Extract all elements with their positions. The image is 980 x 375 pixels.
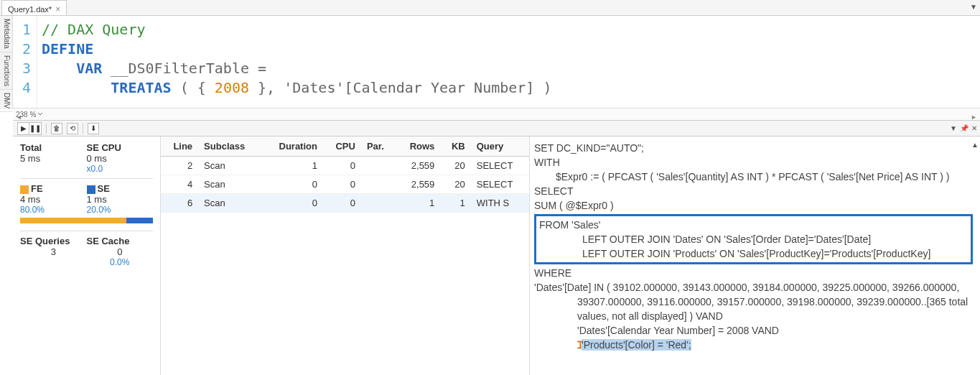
stats-panel: Total5 ms SE CPU0 msx0.0 FE4 ms80.0% SE1… [13, 136, 160, 375]
close-icon[interactable]: × [55, 5, 60, 14]
se-label: SE [98, 183, 110, 194]
scroll-up-icon[interactable]: ▲ [971, 138, 979, 152]
table-row[interactable]: 6Scan0011WITH S [161, 194, 529, 213]
zoom-bar: 238 % ◄ ► [13, 108, 980, 121]
sql-line: $Expr0 := ( PFCAST ( 'Sales'[Quantity] A… [534, 170, 973, 184]
clear-button[interactable]: 🗑 [51, 123, 62, 134]
play-button[interactable]: ▶ [18, 123, 29, 134]
side-tabs: Metadata Functions DMV [0, 16, 13, 109]
sql-line: WITH [534, 155, 973, 170]
sql-line: SUM ( @$Expr0 ) [534, 198, 973, 213]
sql-line: 'Dates'[Date] IN ( 39102.000000, 39143.0… [534, 280, 973, 323]
code-content[interactable]: // DAX QueryDEFINE VAR __DS0FilterTable … [37, 16, 551, 108]
fe-value: 4 ms [20, 194, 87, 205]
refresh-button[interactable]: ⟲ [67, 123, 78, 134]
seq-value: 3 [20, 246, 87, 257]
sql-line: FROM 'Sales' [539, 218, 968, 232]
fe-se-bar [20, 218, 153, 223]
results-toolbar: ▶ ❚❚ 🗑 ⟲ ⬇ ▼ 📌 ✕ [13, 121, 980, 136]
sql-line: WHERE [534, 266, 973, 280]
sql-panel[interactable]: ▲ SET DC_KIND="AUTO"; WITH $Expr0 := ( P… [530, 136, 980, 375]
results-area: Total5 ms SE CPU0 msx0.0 FE4 ms80.0% SE1… [13, 136, 980, 375]
side-tab-functions[interactable]: Functions [0, 52, 12, 90]
seq-label: SE Queries [20, 236, 87, 246]
sql-highlight-box: FROM 'Sales' LEFT OUTER JOIN 'Dates' ON … [534, 214, 973, 264]
sql-line: LEFT OUTER JOIN 'Products' ON 'Sales'[Pr… [539, 246, 968, 261]
secpu-sub: x0.0 [87, 164, 154, 174]
sql-line: SET DC_KIND="AUTO"; [534, 141, 973, 155]
fe-pct: 80.0% [20, 205, 87, 215]
sec-value: 0 [87, 246, 154, 257]
tab-dropdown-icon[interactable]: ▼ [970, 3, 977, 11]
pause-button[interactable]: ❚❚ [29, 123, 41, 134]
se-value: 1 ms [87, 194, 154, 205]
tab-title: Query1.dax* [8, 5, 52, 14]
sql-line: Ꮖ'Products'[Color] = 'Red'; [534, 338, 973, 352]
sql-line: SELECT [534, 184, 973, 198]
secpu-label: SE CPU [87, 142, 154, 153]
pin-icon[interactable]: 📌 [960, 124, 969, 132]
close-panel-icon[interactable]: ✕ [971, 124, 977, 132]
export-button[interactable]: ⬇ [88, 123, 99, 134]
se-legend-icon [87, 185, 95, 194]
sec-label: SE Cache [87, 236, 154, 246]
sql-line: LEFT OUTER JOIN 'Dates' ON 'Sales'[Order… [539, 232, 968, 246]
side-tab-dmv[interactable]: DMV [0, 90, 12, 112]
chevron-down-icon[interactable] [37, 111, 43, 117]
tab-bar: Query1.dax* × ▼ [0, 0, 980, 16]
fe-label: FE [31, 183, 43, 194]
sec-pct: 0.0% [87, 257, 154, 267]
table-row[interactable]: 4Scan002,55920SELECT [161, 175, 529, 194]
total-label: Total [20, 142, 87, 153]
fe-legend-icon [20, 185, 29, 194]
code-editor[interactable]: 1234 // DAX QueryDEFINE VAR __DS0FilterT… [13, 16, 980, 108]
secpu-value: 0 ms [87, 153, 154, 164]
query-table[interactable]: LineSubclassDurationCPUPar.RowsKBQuery2S… [161, 136, 529, 213]
sql-selected: 'Products'[Color] = 'Red'; [582, 339, 691, 351]
total-value: 5 ms [20, 153, 87, 164]
table-row[interactable]: 2Scan102,55920SELECT [161, 157, 529, 175]
query-table-panel: LineSubclassDurationCPUPar.RowsKBQuery2S… [160, 136, 530, 375]
se-pct: 20.0% [87, 205, 154, 215]
line-gutter: 1234 [13, 16, 37, 108]
file-tab[interactable]: Query1.dax* × [1, 0, 67, 15]
side-tab-metadata[interactable]: Metadata [0, 16, 12, 52]
sql-line: 'Dates'[Calendar Year Number] = 2008 VAN… [534, 323, 973, 338]
dropdown-icon[interactable]: ▼ [950, 124, 957, 132]
